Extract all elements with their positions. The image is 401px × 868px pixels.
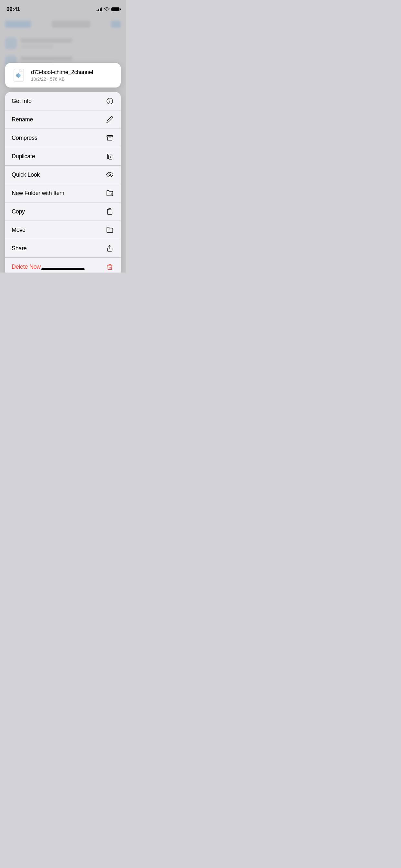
menu-item-duplicate-label: Duplicate [11, 153, 35, 160]
menu-item-quick-look-label: Quick Look [11, 172, 40, 178]
signal-bars-icon [96, 7, 102, 11]
menu-item-copy[interactable]: Copy [5, 203, 121, 221]
trash-icon [105, 262, 114, 272]
info-circle-icon [105, 97, 114, 105]
archive-box-icon [105, 133, 114, 143]
menu-item-move-label: Move [11, 227, 26, 234]
doc-on-clipboard-icon [105, 207, 114, 216]
menu-item-get-info-label: Get Info [11, 98, 32, 104]
menu-item-rename[interactable]: Rename [5, 111, 121, 129]
svg-point-15 [109, 174, 111, 176]
folder-icon [105, 225, 114, 235]
home-indicator [41, 268, 85, 270]
svg-rect-4 [19, 73, 20, 77]
menu-item-compress[interactable]: Compress [5, 129, 121, 147]
menu-item-move[interactable]: Move [5, 221, 121, 239]
file-name: d73-boot-chime_2channel [31, 69, 114, 75]
menu-item-compress-label: Compress [11, 135, 37, 142]
menu-item-new-folder-with-item[interactable]: New Folder with Item [5, 184, 121, 203]
menu-item-rename-label: Rename [11, 116, 33, 123]
svg-rect-2 [18, 73, 18, 77]
svg-rect-5 [21, 74, 21, 76]
file-meta: 10/2/22 · 576 KB [31, 76, 114, 82]
svg-rect-18 [109, 209, 111, 210]
battery-icon [112, 7, 120, 11]
menu-item-duplicate[interactable]: Duplicate [5, 147, 121, 166]
audio-file-icon [11, 68, 26, 82]
pencil-icon [105, 115, 114, 124]
eye-icon [105, 170, 114, 179]
context-menu: Get Info Rename Compress [5, 92, 121, 273]
svg-rect-9 [107, 135, 113, 137]
doc-on-doc-icon [105, 152, 114, 161]
menu-item-copy-label: Copy [11, 208, 25, 215]
menu-item-delete-now-label: Delete Now [11, 264, 41, 270]
folder-badge-plus-icon [105, 189, 114, 197]
context-container: d73-boot-chime_2channel 10/2/22 · 576 KB… [5, 63, 121, 273]
status-icons [96, 7, 120, 12]
status-time: 09:41 [6, 6, 20, 12]
menu-item-get-info[interactable]: Get Info [5, 92, 121, 111]
svg-rect-1 [17, 74, 17, 76]
file-info: d73-boot-chime_2channel 10/2/22 · 576 KB [31, 69, 114, 82]
menu-item-share-label: Share [11, 245, 27, 252]
share-icon [105, 244, 114, 253]
menu-item-share[interactable]: Share [5, 239, 121, 258]
menu-item-delete-now[interactable]: Delete Now [5, 258, 121, 273]
status-bar: 09:41 [0, 0, 126, 14]
file-preview-card: d73-boot-chime_2channel 10/2/22 · 576 KB [5, 63, 121, 88]
svg-rect-3 [19, 73, 19, 78]
menu-item-new-folder-label: New Folder with Item [11, 190, 64, 197]
menu-item-quick-look[interactable]: Quick Look [5, 166, 121, 184]
wifi-icon [104, 7, 110, 12]
